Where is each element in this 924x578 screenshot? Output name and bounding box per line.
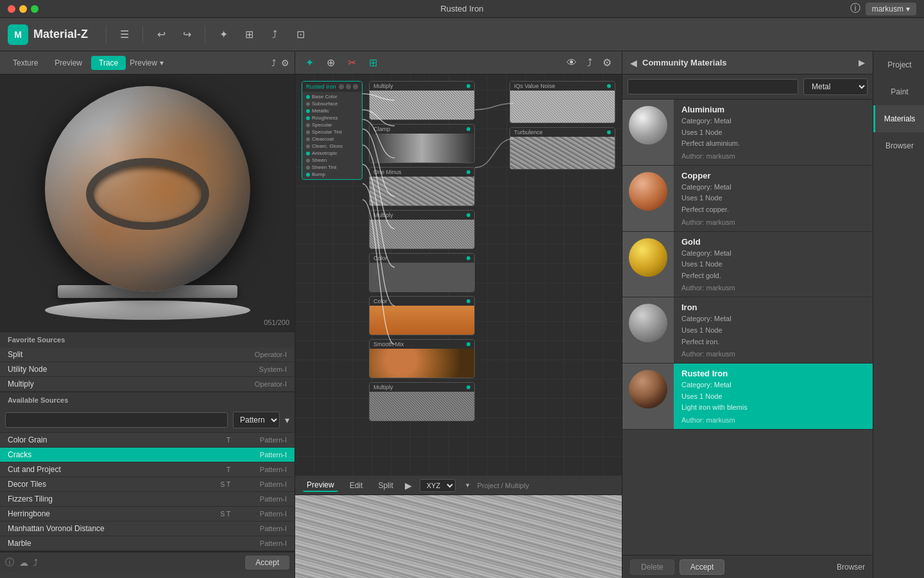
maximize-button[interactable] bbox=[31, 5, 38, 13]
export-tool[interactable]: ⤴ bbox=[264, 24, 285, 45]
sources-search-row: Pattern All ▾ bbox=[0, 408, 295, 433]
panel-collapse-button[interactable]: ◀ bbox=[630, 58, 637, 68]
username: markusm bbox=[872, 4, 903, 13]
sources-panel: Favorite Sources Split Operator-I Utilit… bbox=[0, 331, 295, 552]
node-smooth-mix[interactable]: Smooth Mix bbox=[369, 339, 475, 378]
minimize-button[interactable] bbox=[19, 5, 27, 13]
sidebar-tab-materials[interactable]: Materials bbox=[873, 105, 924, 132]
redo-button[interactable]: ↪ bbox=[176, 24, 197, 45]
node-input-roughness: Roughness bbox=[305, 114, 359, 121]
favorite-sources-header: Favorite Sources bbox=[0, 332, 295, 347]
toolbar-divider-3 bbox=[205, 26, 205, 44]
panel-expand-button[interactable]: ▶ bbox=[859, 58, 865, 67]
camera-tool[interactable]: ⊡ bbox=[290, 24, 311, 45]
move-tool[interactable]: ⊞ bbox=[239, 24, 259, 45]
sources-category-dropdown[interactable]: Pattern All bbox=[233, 412, 280, 428]
source-herringbone[interactable]: Herringbone S T Pattern-I bbox=[0, 507, 295, 521]
source-manhattan[interactable]: Manhattan Voronoi Distance Pattern-I bbox=[0, 521, 295, 536]
info-button[interactable]: ⓘ bbox=[850, 2, 860, 15]
share-icon[interactable]: ⤴ bbox=[33, 557, 38, 568]
menu-button[interactable]: ☰ bbox=[114, 24, 135, 45]
cloud-icon[interactable]: ☁ bbox=[19, 557, 28, 568]
material-rusted-iron[interactable]: Rusted Iron Category: MetalUses 1 NodeLi… bbox=[622, 363, 873, 430]
accept-community-button[interactable]: Accept bbox=[680, 559, 725, 575]
community-search-input[interactable] bbox=[628, 79, 798, 94]
select-tool[interactable]: ✦ bbox=[303, 54, 316, 71]
play-button[interactable]: ▶ bbox=[405, 480, 412, 491]
node-color-dark[interactable]: Color bbox=[369, 253, 475, 292]
material-author: Author: markusm bbox=[681, 152, 865, 160]
cursor-tool[interactable]: ✦ bbox=[213, 24, 234, 45]
node-multiply-2[interactable]: Multiply bbox=[369, 210, 475, 249]
source-name: Cracks bbox=[8, 450, 230, 459]
node-iqs-value-noise[interactable]: IQs Value Noise bbox=[509, 81, 615, 123]
toolbar-divider-2 bbox=[142, 26, 143, 44]
node-input-anisotropic: Anisotropic bbox=[305, 150, 359, 157]
source-cracks[interactable]: Cracks Pattern-I bbox=[0, 448, 295, 462]
info-icon[interactable]: ⓘ bbox=[5, 557, 14, 568]
sources-filter-icon[interactable]: ▾ bbox=[285, 415, 289, 425]
source-fizzers-tiling[interactable]: Fizzers Tiling Pattern-I bbox=[0, 492, 295, 507]
preview-dropdown[interactable]: Preview ▾ bbox=[130, 58, 164, 67]
eye-icon[interactable]: 👁 bbox=[564, 54, 579, 71]
community-category-dropdown[interactable]: Metal All Wood Stone bbox=[803, 78, 868, 95]
texture-preview-area bbox=[295, 495, 622, 578]
material-gold[interactable]: Gold Category: MetalUses 1 NodePerfect g… bbox=[622, 232, 873, 298]
material-copper[interactable]: Copper Category: MetalUses 1 NodePerfect… bbox=[622, 166, 873, 232]
break-tool[interactable]: ✂ bbox=[345, 54, 359, 71]
coord-dropdown[interactable]: XYZ UV bbox=[420, 479, 456, 492]
material-detail: Category: MetalUses 1 NodePerfect copper… bbox=[681, 182, 865, 216]
browser-button[interactable]: Browser bbox=[837, 563, 865, 572]
source-color-grain[interactable]: Color Grain T Pattern-I bbox=[0, 433, 295, 448]
render-preview: 051/200 bbox=[0, 74, 295, 331]
node-turbulence[interactable]: Turbulence bbox=[509, 127, 615, 170]
undo-button[interactable]: ↩ bbox=[151, 24, 171, 45]
node-dot bbox=[607, 130, 611, 134]
delete-button[interactable]: Delete bbox=[630, 559, 674, 575]
source-marble[interactable]: Marble Pattern-I bbox=[0, 536, 295, 551]
bottom-bar: ⓘ ☁ ⤴ Accept bbox=[0, 552, 295, 572]
tab-preview[interactable]: Preview bbox=[47, 56, 90, 70]
material-info: Copper Category: MetalUses 1 NodePerfect… bbox=[674, 166, 873, 231]
preview-toolbar: Preview Edit Split ▶ XYZ UV ▾ Project / … bbox=[295, 476, 622, 495]
upload-icon[interactable]: ⤴ bbox=[271, 58, 276, 68]
node-clamp[interactable]: Clamp bbox=[369, 124, 475, 163]
sidebar-tab-project[interactable]: Project bbox=[873, 51, 924, 78]
node-editor[interactable]: Rusted Iron Base Color Subsurface Metall… bbox=[295, 74, 622, 475]
source-multiply[interactable]: Multiply Operator-I bbox=[0, 377, 295, 392]
source-name: Cut and Project bbox=[8, 465, 227, 474]
material-name: Gold bbox=[681, 237, 865, 247]
node-preview bbox=[370, 392, 474, 421]
connect-tool[interactable]: ⊕ bbox=[324, 54, 338, 71]
edit-tab-btn[interactable]: Edit bbox=[346, 480, 367, 491]
material-aluminium[interactable]: Aluminium Category: MetalUses 1 NodePerf… bbox=[622, 100, 873, 166]
node-multiply-3[interactable]: Multiply bbox=[369, 382, 475, 421]
sidebar-tab-browser[interactable]: Browser bbox=[873, 132, 924, 159]
tab-trace[interactable]: Trace bbox=[91, 56, 126, 70]
settings-icon[interactable]: ⚙ bbox=[281, 58, 289, 68]
split-tab-btn[interactable]: Split bbox=[374, 480, 397, 491]
sidebar-tab-paint[interactable]: Paint bbox=[873, 78, 924, 105]
accept-button[interactable]: Accept bbox=[245, 556, 289, 570]
node-one-minus[interactable]: One Minus bbox=[369, 167, 475, 206]
source-cut-project[interactable]: Cut and Project T Pattern-I bbox=[0, 462, 295, 477]
settings-node-icon[interactable]: ⚙ bbox=[600, 54, 614, 71]
share-node-icon[interactable]: ⤴ bbox=[585, 54, 595, 71]
source-utility-node[interactable]: Utility Node System-I bbox=[0, 362, 295, 377]
node-color-orange[interactable]: Color bbox=[369, 296, 475, 335]
sources-search-input[interactable] bbox=[5, 412, 228, 428]
tab-texture[interactable]: Texture bbox=[5, 56, 46, 70]
node-input-subsurface: Subsurface bbox=[305, 100, 359, 107]
node-multiply-1[interactable]: Multiply bbox=[369, 81, 475, 120]
source-decor-tiles[interactable]: Decor Tiles S T Pattern-I bbox=[0, 477, 295, 492]
preview-tab-btn[interactable]: Preview bbox=[303, 479, 338, 492]
user-button[interactable]: markusm ▾ bbox=[866, 3, 916, 15]
source-split[interactable]: Split Operator-I bbox=[0, 347, 295, 362]
frame-counter: 051/200 bbox=[264, 319, 289, 326]
layer-tool[interactable]: ⊞ bbox=[366, 54, 380, 71]
close-button[interactable] bbox=[8, 5, 15, 13]
community-search: Metal All Wood Stone bbox=[622, 74, 873, 100]
preview-tabs: Texture Preview Trace Preview ▾ ⤴ ⚙ bbox=[0, 51, 295, 74]
material-iron[interactable]: Iron Category: MetalUses 1 NodePerfect i… bbox=[622, 297, 873, 363]
aluminium-sphere-icon bbox=[629, 106, 667, 144]
